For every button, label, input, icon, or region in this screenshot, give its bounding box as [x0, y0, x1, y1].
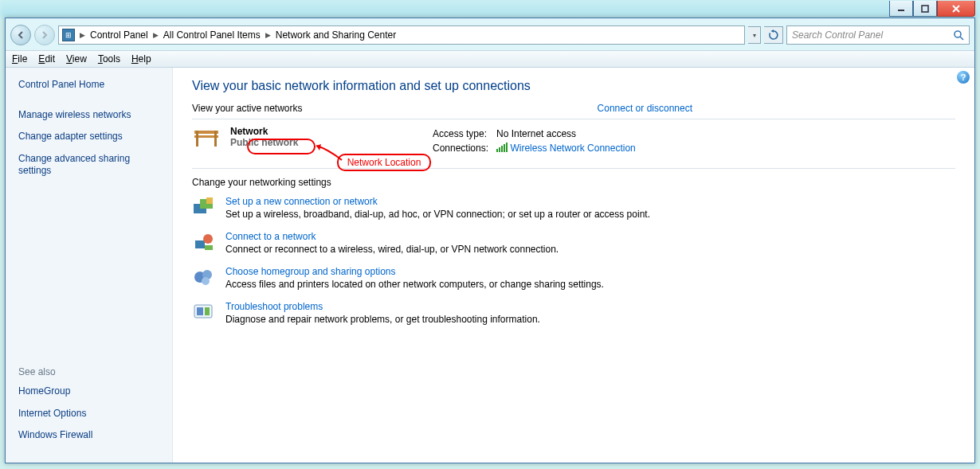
- page-title: View your basic network information and …: [192, 79, 955, 93]
- task-desc: Diagnose and repair network problems, or…: [225, 314, 540, 325]
- task-desc: Access files and printers located on oth…: [225, 279, 604, 290]
- svg-rect-1: [922, 6, 928, 12]
- search-placeholder: Search Control Panel: [792, 29, 883, 41]
- help-icon[interactable]: ?: [957, 71, 970, 84]
- connection-details: Access type: No Internet access Connecti…: [431, 126, 644, 157]
- svg-rect-23: [197, 307, 203, 315]
- menu-view[interactable]: View: [66, 53, 87, 64]
- breadcrumb-item[interactable]: Network and Sharing Center: [276, 29, 396, 41]
- task-homegroup[interactable]: Choose homegroup and sharing options Acc…: [192, 266, 955, 290]
- svg-rect-24: [205, 307, 210, 315]
- active-networks-header: View your active networks: [192, 103, 303, 114]
- task-setup-connection[interactable]: Set up a new connection or network Set u…: [192, 196, 955, 220]
- svg-rect-15: [206, 197, 213, 204]
- task-title[interactable]: Connect to a network: [225, 231, 559, 242]
- close-button[interactable]: [937, 1, 975, 17]
- network-type-link[interactable]: Public network: [230, 137, 298, 148]
- see-also-windows-firewall[interactable]: Windows Firewall: [18, 429, 159, 442]
- svg-point-17: [203, 234, 213, 244]
- svg-point-21: [202, 277, 210, 285]
- connection-link[interactable]: Wireless Network Connection: [510, 143, 635, 154]
- sidebar: Control Panel Home Manage wireless netwo…: [6, 68, 173, 463]
- svg-rect-12: [506, 143, 508, 152]
- menu-edit[interactable]: Edit: [38, 53, 55, 64]
- minimize-button[interactable]: [889, 1, 913, 17]
- task-title[interactable]: Troubleshoot problems: [225, 301, 540, 312]
- task-troubleshoot[interactable]: Troubleshoot problems Diagnose and repai…: [192, 301, 955, 325]
- nav-back-button[interactable]: [10, 25, 31, 45]
- see-also-header: See also: [18, 366, 159, 377]
- svg-rect-16: [195, 240, 205, 248]
- task-desc: Set up a wireless, broadband, dial-up, a…: [225, 209, 650, 220]
- connect-disconnect-link[interactable]: Connect or disconnect: [598, 103, 692, 114]
- sidebar-link-adapter[interactable]: Change adapter settings: [18, 131, 159, 143]
- chevron-right-icon[interactable]: ▶: [80, 31, 85, 39]
- svg-rect-10: [501, 146, 503, 152]
- svg-rect-18: [205, 245, 213, 250]
- window-frame: ⊞ ▶ Control Panel ▶ All Control Panel It…: [5, 18, 975, 463]
- svg-point-2: [955, 31, 961, 37]
- svg-line-3: [960, 37, 963, 40]
- sidebar-link-wireless[interactable]: Manage wireless networks: [18, 109, 159, 122]
- connections-label: Connections:: [433, 142, 495, 155]
- menu-file[interactable]: File: [12, 53, 27, 64]
- svg-rect-8: [496, 149, 498, 152]
- search-icon: [953, 29, 964, 41]
- task-desc: Connect or reconnect to a wireless, wire…: [225, 244, 559, 255]
- sidebar-link-sharing[interactable]: Change advanced sharing settings: [18, 153, 159, 178]
- menu-tools[interactable]: Tools: [98, 53, 120, 64]
- sidebar-home-link[interactable]: Control Panel Home: [18, 79, 159, 92]
- maximize-button[interactable]: [913, 1, 937, 17]
- svg-rect-11: [504, 144, 505, 152]
- svg-rect-9: [499, 147, 500, 152]
- homegroup-icon: [192, 266, 214, 288]
- see-also-homegroup[interactable]: HomeGroup: [18, 385, 159, 398]
- menu-bar: File Edit View Tools Help: [6, 50, 974, 68]
- breadcrumb-item[interactable]: All Control Panel Items: [163, 29, 261, 41]
- annotation-label: Network Location: [347, 157, 421, 168]
- svg-rect-0: [898, 10, 904, 11]
- networking-settings-header: Change your networking settings: [192, 177, 955, 188]
- see-also-internet-options[interactable]: Internet Options: [18, 408, 159, 420]
- access-type-value: No Internet access: [496, 127, 642, 140]
- address-bar[interactable]: ⊞ ▶ Control Panel ▶ All Control Panel It…: [58, 25, 745, 45]
- chevron-right-icon[interactable]: ▶: [153, 31, 159, 39]
- network-bench-icon: [192, 126, 221, 148]
- connect-network-icon: [192, 231, 214, 253]
- access-type-label: Access type:: [433, 127, 495, 140]
- task-title[interactable]: Choose homegroup and sharing options: [225, 266, 604, 277]
- signal-bars-icon: [496, 143, 508, 154]
- svg-rect-6: [196, 131, 198, 147]
- task-connect-network[interactable]: Connect to a network Connect or reconnec…: [192, 231, 955, 255]
- svg-rect-7: [214, 131, 217, 147]
- nav-forward-button[interactable]: [34, 25, 55, 45]
- chevron-right-icon[interactable]: ▶: [265, 31, 271, 39]
- network-name[interactable]: Network: [230, 126, 298, 137]
- address-history-dropdown[interactable]: ▾: [748, 26, 761, 44]
- search-input[interactable]: Search Control Panel: [786, 25, 970, 45]
- task-title[interactable]: Set up a new connection or network: [225, 196, 650, 207]
- setup-connection-icon: [192, 196, 214, 218]
- breadcrumb-item[interactable]: Control Panel: [90, 29, 148, 41]
- troubleshoot-icon: [192, 301, 214, 323]
- refresh-button[interactable]: [764, 26, 783, 44]
- control-panel-icon: ⊞: [62, 29, 75, 41]
- main-panel: ? View your basic network information an…: [173, 68, 974, 463]
- menu-help[interactable]: Help: [131, 53, 151, 64]
